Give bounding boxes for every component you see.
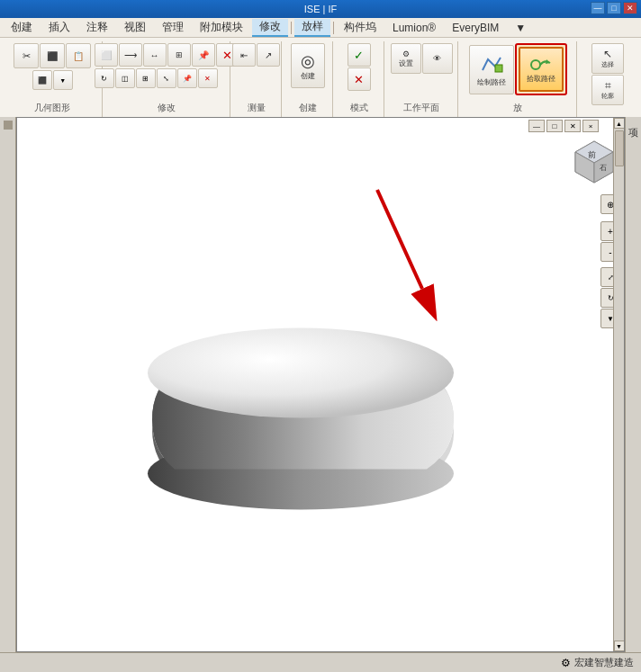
pick-path-button[interactable]: 拾取路径 (519, 47, 564, 92)
vp-close-button[interactable]: ✕ (564, 120, 581, 132)
workplane-row1: ⚙ 设置 👁 (391, 43, 453, 74)
copy-button[interactable]: ⬛ (40, 43, 65, 68)
scroll-up-button[interactable]: ▲ (614, 118, 625, 129)
connect-button[interactable]: ⬛ (32, 70, 52, 90)
close-button[interactable]: ✕ (623, 2, 637, 14)
svg-text:前: 前 (588, 150, 596, 159)
status-text: 宏建智慧建造 (574, 656, 634, 669)
align-button[interactable]: ⬜ (95, 43, 118, 67)
cancel-mode-button[interactable]: ✕ (348, 67, 371, 91)
viewport[interactable]: — □ ✕ × 前 石 ⊕ + - (16, 117, 625, 652)
toolbar-group-create: ◎ 创建 创建 (284, 41, 333, 117)
scroll-down-button[interactable]: ▼ (614, 641, 625, 651)
modify-row1: ⬜ ⟶ ↔ ⊞ 📌 ✕ (95, 43, 239, 67)
mode-label: 模式 (350, 100, 368, 115)
paste-button[interactable]: 📋 (66, 43, 91, 68)
3d-shape (103, 212, 499, 557)
workplane-label: 工作平面 (403, 100, 439, 115)
delete-sm-button[interactable]: ✕ (198, 68, 218, 88)
title-bar: ISE | IF — □ ✕ (0, 0, 641, 18)
main-area: — □ ✕ × 前 石 ⊕ + - (0, 117, 641, 652)
menu-dropdown[interactable]: ▼ (508, 19, 533, 37)
menu-loft[interactable]: 放样 (294, 19, 330, 37)
scroll-thumb[interactable] (615, 130, 624, 166)
toolbar-group-geometry: ✂ ⬛ 📋 ⬛ ▼ 几何图形 (4, 41, 103, 117)
draw-path-button[interactable]: 绘制路径 (469, 45, 514, 94)
mode-buttons: ✓ ✕ (340, 43, 378, 91)
move-button[interactable]: ⟶ (119, 43, 142, 67)
left-handle[interactable] (4, 121, 13, 130)
left-panel (0, 117, 16, 652)
viewport-scrollbar-vertical[interactable]: ▲ ▼ (613, 118, 624, 651)
viewport-controls-top: — □ ✕ × (528, 120, 599, 132)
menu-annotate[interactable]: 注释 (79, 19, 115, 37)
array-button[interactable]: ⊞ (136, 68, 156, 88)
toolbar-ribbon: ✂ ⬛ 📋 ⬛ ▼ 几何图形 ⬜ ⟶ ↔ ⊞ 📌 (0, 38, 641, 117)
menu-addins[interactable]: 附加模块 (193, 19, 250, 37)
path-buttons: 绘制路径 拾取路径 (469, 43, 567, 95)
geometry-label: 几何图形 (34, 100, 70, 115)
settings-button[interactable]: ⚙ 设置 (391, 43, 421, 74)
menu-components[interactable]: 构件坞 (337, 19, 384, 37)
menu-lumion[interactable]: Lumion® (385, 19, 443, 37)
status-bar: ⚙ 宏建智慧建造 (0, 652, 641, 672)
vp-extra-button[interactable]: × (582, 120, 599, 132)
menu-manage[interactable]: 管理 (155, 19, 191, 37)
title-bar-buttons: — □ ✕ (591, 2, 637, 14)
menu-modify[interactable]: 修改 (252, 19, 288, 37)
restore-button[interactable]: □ (607, 2, 621, 14)
modify-label: 修改 (158, 100, 176, 115)
minimize-button[interactable]: — (591, 2, 605, 14)
create-label: 创建 (299, 100, 317, 115)
modify-buttons: ⬜ ⟶ ↔ ⊞ 📌 ✕ ↻ ◫ ⊞ ⤡ 📌 ✕ (95, 43, 239, 88)
contour-button[interactable]: ⌗ 轮廓 (591, 75, 624, 105)
geometry-buttons: ✂ ⬛ 📋 ⬛ ▼ (9, 43, 96, 90)
vp-minimize-button[interactable]: — (528, 120, 545, 132)
title-text: ISE | IF (304, 4, 337, 14)
toolbar-group-mode: ✓ ✕ 模式 (335, 41, 384, 117)
right-panel: 项 (625, 117, 641, 652)
rotate-button[interactable]: ↻ (95, 68, 114, 88)
geometry-row1: ✂ ⬛ 📋 (14, 43, 91, 68)
toolbar-group-measure: ⇤ ↗ 测量 (232, 41, 282, 117)
pick-path-highlight: 拾取路径 (515, 43, 567, 95)
path-label: 放 (513, 100, 522, 115)
menu-insert[interactable]: 插入 (41, 19, 77, 37)
measure2-button[interactable]: ↗ (257, 43, 280, 67)
select-button[interactable]: ↖ 选择 (591, 43, 624, 74)
3d-shape-svg (103, 212, 499, 554)
offset-button[interactable]: ↔ (143, 43, 167, 67)
create-buttons: ◎ 创建 (291, 43, 325, 88)
create-main-button[interactable]: ◎ 创建 (291, 43, 325, 88)
svg-text:石: 石 (600, 164, 607, 172)
toolbar-group-workplane: ⚙ 设置 👁 工作平面 (386, 41, 458, 117)
draw-path-icon (479, 52, 504, 77)
select-buttons: ↖ 选择 ⌗ 轮廓 (584, 43, 632, 105)
toolbar-group-select: ↖ 选择 ⌗ 轮廓 (579, 41, 637, 117)
confirm-button[interactable]: ✓ (348, 43, 371, 67)
unpin-button[interactable]: 📌 (177, 68, 197, 88)
measure-label: 测量 (248, 100, 266, 115)
measure-row1: ⇤ ↗ (232, 43, 280, 67)
connect-sub[interactable]: ▼ (53, 70, 73, 90)
mirror-button[interactable]: ◫ (115, 68, 135, 88)
status-gear-icon: ⚙ (561, 657, 571, 669)
svg-point-1 (531, 60, 540, 69)
svg-rect-0 (495, 65, 502, 72)
modify-row2: ↻ ◫ ⊞ ⤡ 📌 ✕ (95, 68, 218, 88)
menu-view[interactable]: 视图 (117, 19, 153, 37)
path-row1: 绘制路径 拾取路径 (469, 43, 567, 95)
scale-button[interactable]: ⤡ (157, 68, 176, 88)
grid-button[interactable]: ⊞ (167, 43, 191, 67)
menu-create[interactable]: 创建 (4, 19, 40, 37)
menu-everybim[interactable]: EveryBIM (445, 19, 506, 37)
vp-restore-button[interactable]: □ (546, 120, 563, 132)
svg-point-10 (148, 327, 454, 417)
toolbar-group-modify: ⬜ ⟶ ↔ ⊞ 📌 ✕ ↻ ◫ ⊞ ⤡ 📌 ✕ 修改 (104, 41, 230, 117)
pin-button[interactable]: 📌 (192, 43, 215, 67)
viewer-button[interactable]: 👁 (422, 43, 453, 74)
menu-separator-1 (291, 22, 292, 34)
measure1-button[interactable]: ⇤ (232, 43, 256, 67)
cut-button[interactable]: ✂ (14, 43, 39, 68)
menu-separator-2 (333, 22, 334, 34)
